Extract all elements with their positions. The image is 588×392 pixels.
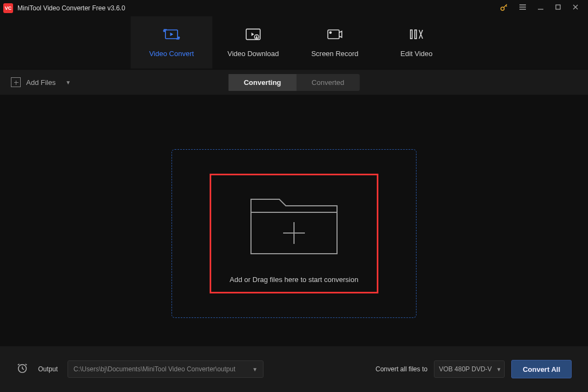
svg-rect-5 — [328, 30, 339, 39]
drop-text: Add or Drag files here to start conversi… — [230, 275, 358, 284]
titlebar: VC MiniTool Video Converter Free v3.6.0 — [0, 0, 588, 16]
app-title: MiniTool Video Converter Free v3.6.0 — [17, 4, 500, 12]
svg-rect-1 — [556, 5, 560, 9]
minimize-icon[interactable] — [537, 3, 544, 13]
download-icon — [244, 27, 262, 43]
svg-rect-7 — [411, 30, 412, 39]
menu-icon[interactable] — [518, 3, 527, 14]
tab-converted[interactable]: Converted — [296, 74, 359, 91]
status-segmented: Converting Converted — [229, 74, 360, 91]
tab-video-download[interactable]: Video Download — [212, 16, 294, 69]
output-label: Output — [38, 365, 58, 373]
tab-video-convert[interactable]: Video Convert — [131, 16, 212, 69]
convert-icon — [163, 27, 180, 43]
add-files-button[interactable]: Add Files ▼ — [0, 77, 82, 87]
maximize-icon[interactable] — [554, 3, 562, 13]
tab-edit-video[interactable]: Edit Video — [376, 16, 457, 69]
record-icon — [326, 27, 344, 43]
tab-screen-record[interactable]: Screen Record — [294, 16, 376, 69]
add-files-label: Add Files — [26, 78, 56, 87]
svg-point-6 — [329, 32, 331, 33]
nav-tabs: Video Convert Video Download Screen Reco… — [0, 16, 588, 69]
convert-all-button[interactable]: Convert All — [511, 360, 572, 378]
output-path-select[interactable]: C:\Users\bj\Documents\MiniTool Video Con… — [68, 360, 264, 378]
clock-icon[interactable] — [16, 362, 28, 376]
drop-zone-outer: Add or Drag files here to start conversi… — [171, 149, 416, 318]
chevron-down-icon[interactable]: ▼ — [65, 79, 71, 85]
key-icon[interactable] — [500, 3, 509, 14]
chevron-down-icon: ▼ — [496, 366, 501, 372]
main-area: Add or Drag files here to start conversi… — [0, 95, 588, 372]
folder-plus-icon — [248, 184, 340, 262]
app-icon: VC — [3, 3, 13, 13]
bottom-bar: Output C:\Users\bj\Documents\MiniTool Vi… — [0, 346, 588, 392]
close-icon[interactable] — [572, 3, 579, 13]
tab-label: Edit Video — [400, 50, 432, 58]
chevron-down-icon: ▼ — [252, 366, 258, 372]
tab-label: Screen Record — [311, 50, 359, 58]
format-selected-text: VOB 480P DVD-V — [439, 365, 492, 373]
add-file-icon — [11, 77, 21, 87]
drop-zone[interactable]: Add or Drag files here to start conversi… — [210, 174, 378, 293]
edit-icon — [408, 27, 425, 43]
convert-to-label: Convert all files to — [376, 365, 427, 373]
output-path-text: C:\Users\bj\Documents\MiniTool Video Con… — [74, 365, 235, 373]
tab-label: Video Convert — [149, 50, 194, 58]
tab-converting[interactable]: Converting — [229, 74, 297, 91]
tab-label: Video Download — [228, 50, 279, 58]
svg-rect-8 — [415, 30, 416, 39]
toolbar: Add Files ▼ Converting Converted — [0, 70, 588, 95]
format-select[interactable]: VOB 480P DVD-V ▼ — [434, 360, 505, 378]
